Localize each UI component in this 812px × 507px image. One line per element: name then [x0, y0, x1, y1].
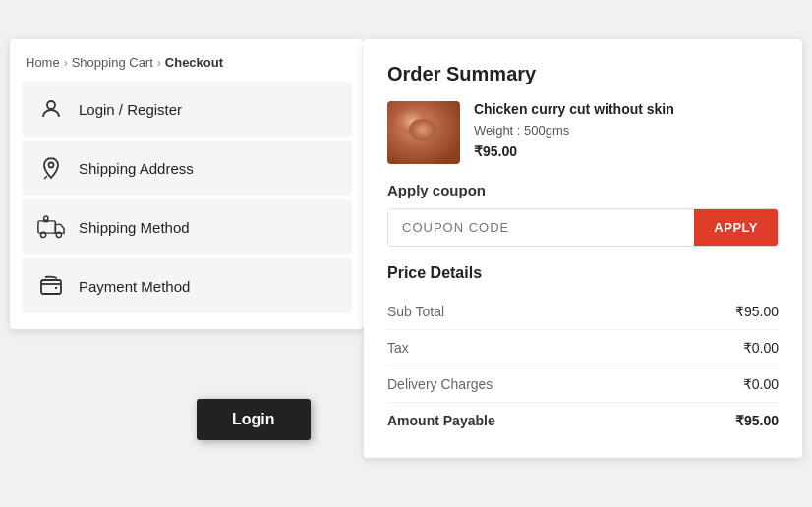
svg-point-0: [47, 101, 55, 109]
price-row-tax: Tax ₹0.00: [387, 330, 779, 366]
breadcrumb-sep2: ›: [157, 56, 161, 70]
person-icon: [37, 95, 65, 123]
product-thumbnail: [387, 101, 460, 164]
coupon-row: APPLY: [387, 208, 779, 247]
product-row: Chicken curry cut without skin Weight : …: [387, 101, 779, 164]
svg-point-5: [44, 216, 48, 220]
tax-value: ₹0.00: [743, 340, 779, 356]
product-details: Chicken curry cut without skin Weight : …: [474, 101, 779, 159]
nav-label-login: Login / Register: [79, 101, 182, 118]
truck-icon: [37, 213, 65, 241]
nav-item-payment-method[interactable]: Payment Method: [22, 258, 352, 313]
svg-rect-2: [38, 221, 56, 233]
nav-item-shipping-method[interactable]: Shipping Method: [22, 199, 352, 254]
product-name: Chicken curry cut without skin: [474, 101, 779, 117]
price-row-delivery: Delivery Charges ₹0.00: [387, 366, 779, 403]
subtotal-value: ₹95.00: [735, 304, 779, 319]
wallet-icon: [37, 272, 65, 300]
coupon-input[interactable]: [388, 209, 694, 246]
delivery-label: Delivery Charges: [387, 376, 493, 392]
left-panel: Home › Shopping Cart › Checkout Login / …: [10, 39, 364, 329]
amount-payable-label: Amount Payable: [387, 413, 495, 428]
price-row-total: Amount Payable ₹95.00: [387, 403, 779, 438]
svg-point-1: [49, 163, 54, 168]
breadcrumb: Home › Shopping Cart › Checkout: [10, 39, 364, 82]
tax-label: Tax: [387, 340, 409, 356]
nav-item-shipping-address[interactable]: Shipping Address: [22, 141, 352, 196]
right-panel: Order Summary Chicken curry cut without …: [364, 39, 802, 458]
price-details-title: Price Details: [387, 264, 779, 282]
nav-item-login[interactable]: Login / Register: [22, 82, 352, 137]
nav-label-shipping-address: Shipping Address: [79, 160, 194, 177]
location-icon: [37, 154, 65, 182]
nav-label-payment-method: Payment Method: [79, 278, 190, 295]
breadcrumb-cart[interactable]: Shopping Cart: [72, 55, 153, 70]
subtotal-label: Sub Total: [387, 304, 444, 319]
svg-rect-6: [41, 280, 61, 294]
apply-coupon-title: Apply coupon: [387, 182, 779, 198]
breadcrumb-home[interactable]: Home: [26, 55, 60, 70]
breadcrumb-sep1: ›: [64, 56, 68, 70]
amount-payable-value: ₹95.00: [735, 413, 779, 428]
price-row-subtotal: Sub Total ₹95.00: [387, 294, 779, 330]
apply-coupon-button[interactable]: APPLY: [694, 209, 778, 246]
breadcrumb-checkout: Checkout: [165, 55, 223, 70]
order-summary-title: Order Summary: [387, 63, 779, 85]
delivery-value: ₹0.00: [743, 376, 779, 392]
product-image: [387, 101, 460, 164]
nav-label-shipping-method: Shipping Method: [79, 219, 190, 236]
nav-items: Login / Register Shipping Address: [10, 82, 364, 313]
product-weight: Weight : 500gms: [474, 123, 779, 138]
login-button[interactable]: Login: [197, 399, 311, 440]
product-price: ₹95.00: [474, 143, 779, 159]
